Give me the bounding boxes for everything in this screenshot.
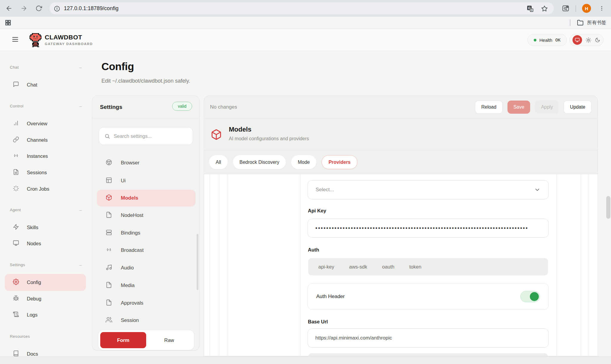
settings-search[interactable] [99,127,193,145]
tab-providers[interactable]: Providers [322,155,357,169]
settings-item-label: Audio [121,265,134,271]
apps-grid-icon[interactable] [5,19,11,26]
settings-item-audio[interactable]: Audio [97,260,195,275]
sidebar-item-channels[interactable]: Channels [5,133,86,147]
collapse-icon[interactable]: – [79,208,82,212]
layout-icon [106,177,112,185]
reload-button[interactable]: Reload [475,101,503,114]
api-key-label: Api Key [308,208,326,214]
health-label: Health [539,38,552,43]
sidebar-item-label: Cron Jobs [27,186,49,192]
settings-item-session[interactable]: Session [97,313,195,328]
sidebar-item-label: Channels [27,137,48,143]
theme-switcher [569,34,604,46]
all-bookmarks-label[interactable]: 所有书签 [587,20,606,26]
settings-item-label: Approvals [121,300,144,306]
settings-item-browser[interactable]: Browser [97,155,195,170]
sidebar-item-label: Logs [27,312,38,318]
sidebar-item-overview[interactable]: Overview [5,117,86,130]
file-text-icon [13,169,19,176]
bug-icon [13,295,19,303]
file-icon [106,212,112,220]
settings-panel-title: Settings [100,104,122,110]
zap-icon [13,224,19,231]
message-square-icon [13,81,19,89]
sidebar-item-nodes[interactable]: Nodes [5,237,86,250]
url-text[interactable]: 127.0.0.1:18789/config [64,5,118,12]
gear-icon [13,279,19,286]
bar-chart-icon [13,120,19,127]
settings-item-ui[interactable]: Ui [97,173,195,188]
nesting-guide-line [227,174,227,356]
nesting-guide-line [300,174,300,356]
sidebar-item-instances[interactable]: Instances [5,149,86,163]
bookmarks-separator [570,19,570,26]
auth-option-token[interactable]: token [409,264,421,270]
health-status-badge[interactable]: Health OK [527,34,567,46]
sidebar-item-label: Nodes [27,241,41,246]
theme-light-icon[interactable] [586,37,591,43]
sidebar-item-label: Skills [27,225,38,230]
config-editor-panel: No changes Reload Save Apply Update Mode… [204,95,598,356]
tab-bedrock-discovery[interactable]: Bedrock Discovery [233,155,286,169]
raw-view-button[interactable]: Raw [146,332,192,348]
auth-option-aws-sdk[interactable]: aws-sdk [349,264,367,270]
settings-item-approvals[interactable]: Approvals [97,296,195,311]
settings-item-broadcast[interactable]: Broadcast [97,243,195,258]
auth-option-api-key[interactable]: api-key [318,264,334,270]
page-scrollbar[interactable] [606,196,610,219]
settings-item-nodehost[interactable]: NodeHost [97,208,195,223]
radio-icon [106,246,112,255]
sidebar-item-chat[interactable]: Chat [5,78,86,92]
update-button[interactable]: Update [564,101,592,114]
apply-button[interactable]: Apply [535,101,559,114]
sidebar-item-cron-jobs[interactable]: Cron Jobs [5,182,86,196]
avatar[interactable]: H [582,4,591,13]
settings-item-bindings[interactable]: Bindings [97,226,195,240]
auth-option-oauth[interactable]: oauth [382,264,394,270]
forward-icon[interactable] [18,3,29,14]
auth-header-toggle[interactable] [520,291,540,302]
translate-icon[interactable]: G文 [526,5,534,13]
save-button[interactable]: Save [507,101,530,114]
sidebar-item-debug[interactable]: Debug [5,292,86,306]
api-key-masked-value: ••••••••••••••••••••••••••••••••••••••••… [315,225,528,232]
box-icon [211,128,222,142]
page-title: Config [101,61,134,73]
editor-toolbar: No changes Reload Save Apply Update [204,96,598,119]
reload-icon[interactable] [33,3,44,14]
base-url-field[interactable]: https://api.minimaxi.com/anthropic [308,328,549,348]
tab-mode[interactable]: Mode [291,155,316,169]
server-icon [106,229,112,237]
menu-icon[interactable] [11,36,19,43]
settings-item-label: Ui [121,178,126,184]
bookmark-star-icon[interactable] [541,5,548,13]
collapse-icon[interactable]: – [79,104,82,109]
sidebar-item-logs[interactable]: Logs [5,308,86,322]
settings-item-media[interactable]: Media [97,278,195,293]
bookmarks-bar: 所有书签 [0,17,611,29]
settings-item-models[interactable]: Models [97,190,195,206]
side-panel-search-icon[interactable] [560,3,571,14]
base-url-label: Base Url [308,319,328,325]
browser-menu-icon[interactable] [596,3,607,14]
settings-list-scrollbar[interactable] [197,234,198,290]
sidebar-item-sessions[interactable]: Sessions [5,166,86,179]
sidebar-section-settings: Settings – [10,263,84,267]
auth-segmented-control: api-key aws-sdk oauth token [308,258,548,275]
url-bar[interactable]: 127.0.0.1:18789/config G文 [50,2,554,14]
provider-select[interactable]: Select... [308,180,549,199]
settings-search-input[interactable] [114,133,187,139]
collapse-icon[interactable]: – [79,65,82,70]
collapse-icon[interactable]: – [79,263,82,267]
health-dot-icon [534,39,536,41]
api-key-field[interactable]: ••••••••••••••••••••••••••••••••••••••••… [308,219,549,237]
form-view-button[interactable]: Form [100,332,146,348]
back-icon[interactable] [4,3,14,14]
sidebar-item-skills[interactable]: Skills [5,220,86,234]
theme-system-icon[interactable] [573,35,582,45]
tab-all[interactable]: All [209,155,228,169]
theme-dark-icon[interactable] [595,37,600,43]
site-info-icon[interactable] [53,5,61,13]
sidebar-item-config[interactable]: Config [5,274,86,291]
